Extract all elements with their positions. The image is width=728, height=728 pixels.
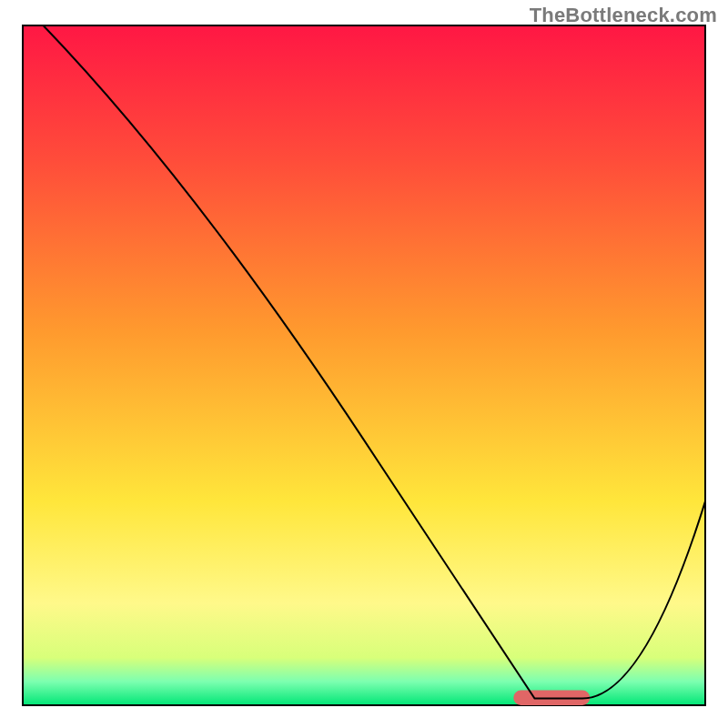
watermark-text: TheBottleneck.com xyxy=(530,4,717,27)
bottleneck-chart xyxy=(0,0,728,728)
chart-background-gradient xyxy=(23,25,705,705)
